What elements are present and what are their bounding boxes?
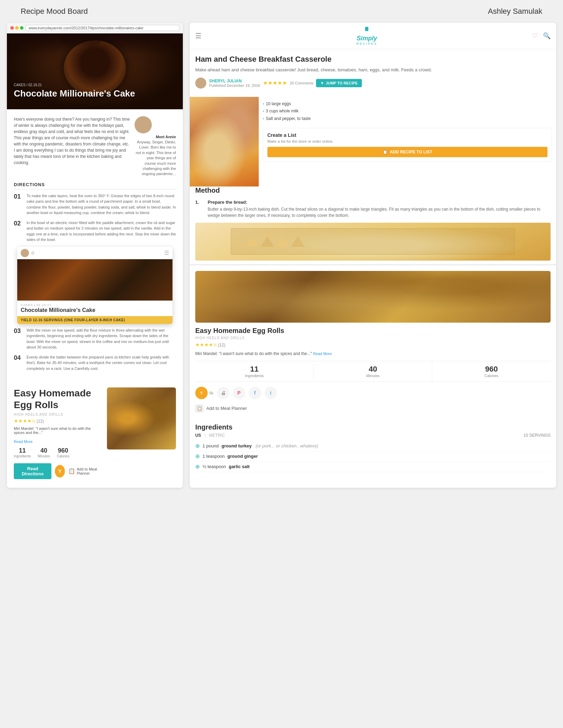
read-more-link-left[interactable]: Read More [14, 439, 32, 444]
twitter-icon[interactable]: t [265, 387, 277, 399]
top-bar: Recipe Mood Board Ashley Samulak [0, 0, 563, 23]
bullet-3: • [263, 116, 264, 122]
meal-planner-label-left: Add to Meal Planner [77, 467, 102, 475]
second-calories-num: 960 [434, 365, 549, 374]
yum-button-left[interactable]: Y [55, 465, 65, 477]
popup-card: @ ☰ CAKES | 02.19.21 Chocolate Millionai… [17, 247, 172, 324]
popup-avatar-label: @ [31, 251, 34, 255]
minutes-num-left: 40 [38, 447, 50, 454]
ingr-bullet-2: ⊕ [195, 453, 200, 459]
calories-label-left: Calories [57, 454, 70, 458]
pinterest-icon[interactable]: P [233, 387, 245, 399]
egg-rolls-image-left [107, 387, 176, 449]
browser-bar: www.everydayannie.com/2012/2017/tips/cho… [7, 23, 183, 33]
unit-us-btn[interactable]: US [195, 433, 201, 438]
heart-icon[interactable]: ♡ [532, 32, 538, 40]
second-minutes-num: 40 [316, 365, 431, 374]
social-row: Y 6k 🖨 P f t [195, 387, 551, 399]
ingr-amount-1: 1 pound [203, 443, 219, 448]
ingredient-line-1: ⊕ 1 pound ground turkey (or pork... or c… [195, 441, 551, 452]
yield-desc: 12-16 SERVINGS (ONE FOUR-LAYER 8-INCH CA… [33, 318, 125, 322]
direction-num-3: 03 [14, 327, 22, 350]
second-review-text: Miri Mandel: "I wasn't sure what to do w… [195, 351, 551, 357]
directions-title: DIRECTIONS [14, 182, 176, 190]
egg-rolls-review-left: Miri Mandel: "I wasn't sure what to do w… [14, 426, 102, 435]
browser-dots [10, 26, 23, 30]
direction-item-4: 04 Evenly divide the batter between the … [14, 354, 176, 372]
list-icon: 📋 [383, 150, 388, 154]
directions-section: DIRECTIONS 01 To make the cake layers, h… [14, 182, 176, 372]
bullet-1: • [263, 101, 264, 107]
second-minutes-label: Minutes [316, 374, 431, 378]
svg-point-2 [366, 27, 368, 31]
comments-count[interactable]: 20 Comments [290, 81, 313, 85]
meal-planner-row[interactable]: 📋 Add to Meal Planner [195, 404, 551, 413]
meal-planner-btn-left[interactable]: 📋 Add to Meal Planner [68, 467, 102, 475]
author-row: SHERYL JULIAN Published December 19, 201… [195, 78, 551, 89]
jump-to-recipe-btn[interactable]: ▼ JUMP TO RECIPE [316, 79, 362, 87]
facebook-icon[interactable]: f [249, 387, 261, 399]
hero-breadcrumb: CAKES / 02.19.21 [14, 83, 135, 87]
right-panel: ☰ Simply RECIPES ♡ 🔍 Ham and Cheese [190, 23, 556, 488]
direction-text-3: With the mixer on low speed, add the flo… [27, 327, 176, 350]
ingredients-heading: Ingredients [195, 423, 551, 431]
ingredient-text-2: 3 cups whole milk [266, 108, 299, 115]
unit-metric-btn[interactable]: METRIC [209, 433, 225, 438]
minimize-dot[interactable] [15, 26, 19, 30]
second-stat-minutes: 40 Minutes [314, 361, 433, 381]
ingr-name-1: ground turkey [221, 443, 251, 448]
egg-rolls-stars-left: ★★★★½ (12) [14, 418, 102, 424]
maximize-dot[interactable] [20, 26, 23, 30]
hamburger-menu-icon[interactable]: ☰ [195, 32, 201, 40]
popup-card-image [17, 259, 172, 301]
add-recipe-btn-label: ADD RECIPE TO LIST [390, 150, 432, 154]
browser-url: www.everydayannie.com/2012/2017/tips/cho… [26, 25, 179, 31]
ingredient-item-1: • 10 large eggs [263, 100, 552, 108]
ingr-amount-3: ½ teaspoon [203, 464, 226, 469]
meet-label: Meet Annie [135, 135, 176, 139]
print-icon[interactable]: 🖨 [217, 387, 229, 399]
author-avatar [135, 116, 152, 133]
second-recipe-site: HIGH HEELS AND GRILLS [195, 336, 551, 340]
ingredient-item-2: • 3 cups whole milk [263, 108, 552, 115]
add-recipe-to-list-button[interactable]: 📋 ADD RECIPE TO LIST [267, 147, 547, 157]
simply-logo: Simply RECIPES [356, 26, 377, 46]
ingredient-text-1: 10 large eggs [266, 100, 291, 108]
create-list-section: Create a List Make a list for the store … [263, 128, 552, 162]
second-reviewer: Miri Mandel [195, 351, 217, 356]
step-title-1: Prepare the bread: [208, 200, 551, 205]
ingr-note-1: (or pork... or chicken.. whatevs) [254, 443, 318, 448]
ingredients-meta: US | METRIC 10 SERVINGS [195, 433, 551, 438]
ingr-name-3: garlic salt [229, 464, 250, 469]
ingredient-line-3: ⊕ ½ teaspoon garlic salt [195, 462, 551, 472]
recipe-main-title: Ham and Cheese Breakfast Casserole [195, 55, 551, 64]
yum-button-right[interactable]: Y [195, 387, 208, 399]
author-avatar-right [195, 78, 206, 89]
meal-planner-label: Add to Meal Planner [206, 406, 247, 411]
ingredients-label-left: Ingredients [14, 454, 31, 458]
direction-text-4: Evenly divide the batter between the pre… [27, 354, 176, 372]
second-calories-label: Calories [434, 374, 549, 378]
second-review-count: (12) [218, 343, 225, 347]
close-dot[interactable] [10, 26, 14, 30]
yum-count: 6k [209, 391, 214, 395]
meal-planner-icon: 📋 [195, 404, 204, 413]
search-icon[interactable]: 🔍 [543, 32, 551, 40]
second-ingredients-num: 11 [197, 365, 312, 374]
ingredient-item-3: • Salt and pepper, to taste [263, 115, 552, 123]
read-directions-btn[interactable]: Read Directions [14, 463, 51, 479]
method-step-1: 1. Prepare the bread: Butter a deep 9-by… [195, 200, 551, 219]
ingredients-list-short: • 10 large eggs • 3 cups whole milk • Sa… [263, 100, 552, 123]
method-title: Method [195, 186, 551, 194]
popup-menu-icon[interactable]: ☰ [164, 250, 169, 256]
calories-num-left: 960 [57, 447, 70, 454]
blog-intro: How's everyone doing out there? Are you … [14, 116, 131, 166]
direction-item-1: 01 To make the cake layers, heat the ove… [14, 193, 176, 216]
author-section: How's everyone doing out there? Are you … [14, 116, 176, 177]
second-read-more[interactable]: Read More [313, 352, 332, 356]
direction-num-4: 04 [14, 354, 22, 372]
main-container: www.everydayannie.com/2012/2017/tips/cho… [0, 23, 563, 488]
recipe-description: Make-ahead ham and cheese breakfast cass… [195, 67, 551, 73]
recipes-subtitle: RECIPES [356, 42, 377, 46]
yield-label: YIELD [21, 318, 32, 322]
